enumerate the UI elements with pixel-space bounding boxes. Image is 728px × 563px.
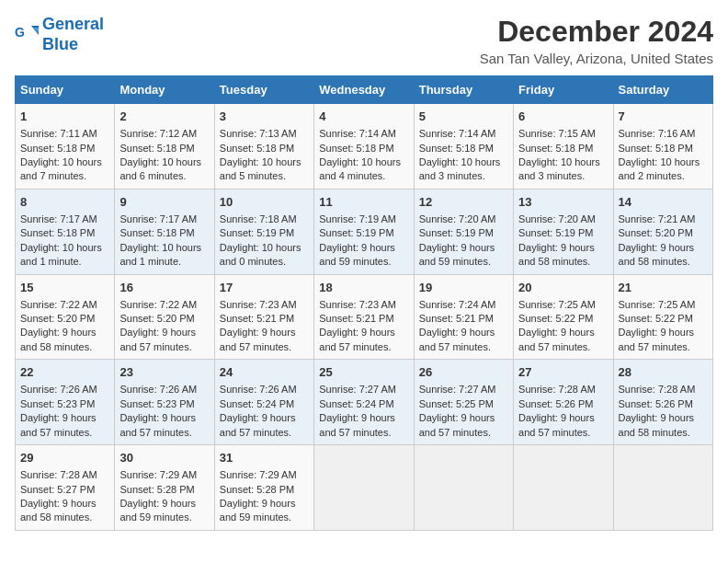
logo-line1: General bbox=[42, 15, 104, 33]
calendar-cell: 4Sunrise: 7:14 AMSunset: 5:18 PMDaylight… bbox=[314, 104, 414, 190]
cell-info-line: Sunrise: 7:12 AM bbox=[119, 127, 209, 141]
day-number: 18 bbox=[319, 280, 408, 296]
cell-info-line: Sunrise: 7:15 AM bbox=[518, 127, 608, 141]
cell-info-line: Sunset: 5:18 PM bbox=[20, 226, 109, 240]
day-number: 26 bbox=[419, 364, 508, 381]
day-number: 15 bbox=[20, 280, 109, 296]
day-number: 19 bbox=[419, 280, 508, 296]
day-number: 4 bbox=[319, 109, 408, 125]
day-header-tuesday: Tuesday bbox=[214, 76, 313, 104]
cell-info-line: Daylight: 9 hours and 57 minutes. bbox=[220, 411, 309, 440]
cell-info-line: Sunrise: 7:14 AM bbox=[419, 127, 508, 141]
cell-info-line: Daylight: 9 hours and 59 minutes. bbox=[220, 497, 309, 525]
title-area: December 2024 San Tan Valley, Arizona, U… bbox=[480, 15, 713, 66]
calendar-cell: 2Sunrise: 7:12 AMSunset: 5:18 PMDaylight… bbox=[115, 104, 214, 190]
calendar-cell: 5Sunrise: 7:14 AMSunset: 5:18 PMDaylight… bbox=[414, 104, 513, 190]
cell-info-line: Daylight: 9 hours and 57 minutes. bbox=[119, 411, 209, 440]
cell-info-line: Sunset: 5:21 PM bbox=[419, 312, 508, 326]
cell-info-line: Sunset: 5:23 PM bbox=[119, 397, 209, 411]
cell-info-line: Daylight: 9 hours and 58 minutes. bbox=[619, 241, 708, 270]
calendar-table: SundayMondayTuesdayWednesdayThursdayFrid… bbox=[15, 75, 713, 531]
cell-info-line: Sunset: 5:24 PM bbox=[220, 397, 309, 411]
day-number: 7 bbox=[619, 109, 708, 125]
cell-info-line: Daylight: 9 hours and 57 minutes. bbox=[319, 326, 408, 354]
header: G General Blue December 2024 San Tan Val… bbox=[15, 15, 713, 66]
cell-info-line: Daylight: 10 hours and 3 minutes. bbox=[518, 155, 608, 184]
calendar-cell: 21Sunrise: 7:25 AMSunset: 5:22 PMDayligh… bbox=[613, 274, 712, 360]
day-number: 30 bbox=[119, 450, 209, 466]
calendar-cell: 28Sunrise: 7:28 AMSunset: 5:26 PMDayligh… bbox=[613, 360, 712, 445]
day-number: 17 bbox=[220, 280, 309, 296]
day-number: 14 bbox=[619, 194, 708, 211]
cell-info-line: Sunset: 5:21 PM bbox=[220, 312, 309, 326]
cell-info-line: Sunrise: 7:20 AM bbox=[518, 213, 608, 226]
day-number: 28 bbox=[619, 364, 708, 381]
cell-info-line: Sunrise: 7:25 AM bbox=[619, 298, 708, 312]
day-number: 31 bbox=[220, 450, 309, 466]
cell-info-line: Sunrise: 7:29 AM bbox=[220, 468, 309, 482]
day-number: 13 bbox=[518, 194, 608, 211]
day-header-thursday: Thursday bbox=[414, 76, 513, 104]
calendar-cell: 16Sunrise: 7:22 AMSunset: 5:20 PMDayligh… bbox=[115, 274, 214, 360]
cell-info-line: Sunrise: 7:20 AM bbox=[419, 213, 508, 226]
cell-info-line: Sunrise: 7:18 AM bbox=[220, 213, 309, 226]
cell-info-line: Daylight: 9 hours and 58 minutes. bbox=[20, 326, 109, 354]
day-number: 3 bbox=[220, 109, 309, 125]
cell-info-line: Sunset: 5:27 PM bbox=[20, 483, 109, 497]
cell-info-line: Sunset: 5:18 PM bbox=[319, 142, 408, 155]
calendar-cell: 11Sunrise: 7:19 AMSunset: 5:19 PMDayligh… bbox=[314, 189, 414, 274]
calendar-cell: 19Sunrise: 7:24 AMSunset: 5:21 PMDayligh… bbox=[414, 274, 513, 360]
cell-info-line: Daylight: 9 hours and 57 minutes. bbox=[518, 326, 608, 354]
cell-info-line: Daylight: 9 hours and 57 minutes. bbox=[419, 326, 508, 354]
day-header-saturday: Saturday bbox=[613, 76, 712, 104]
svg-text:G: G bbox=[15, 25, 25, 40]
cell-info-line: Sunrise: 7:22 AM bbox=[20, 298, 109, 312]
logo: G General Blue bbox=[15, 15, 104, 54]
day-number: 25 bbox=[319, 364, 408, 381]
svg-marker-2 bbox=[33, 28, 39, 33]
cell-info-line: Sunrise: 7:25 AM bbox=[518, 298, 608, 312]
main-title: December 2024 bbox=[480, 15, 713, 49]
cell-info-line: Sunset: 5:28 PM bbox=[220, 483, 309, 497]
cell-info-line: Sunset: 5:18 PM bbox=[419, 142, 508, 155]
calendar-cell: 9Sunrise: 7:17 AMSunset: 5:18 PMDaylight… bbox=[115, 189, 214, 274]
cell-info-line: Daylight: 9 hours and 58 minutes. bbox=[619, 411, 708, 440]
week-row-1: 1Sunrise: 7:11 AMSunset: 5:18 PMDaylight… bbox=[16, 104, 713, 190]
day-header-wednesday: Wednesday bbox=[314, 76, 414, 104]
calendar-cell: 30Sunrise: 7:29 AMSunset: 5:28 PMDayligh… bbox=[115, 445, 214, 531]
cell-info-line: Sunset: 5:20 PM bbox=[619, 226, 708, 240]
cell-info-line: Sunrise: 7:23 AM bbox=[319, 298, 408, 312]
cell-info-line: Daylight: 9 hours and 57 minutes. bbox=[619, 326, 708, 354]
cell-info-line: Daylight: 10 hours and 1 minute. bbox=[20, 241, 109, 270]
day-number: 12 bbox=[419, 194, 508, 211]
calendar-cell: 24Sunrise: 7:26 AMSunset: 5:24 PMDayligh… bbox=[214, 360, 313, 445]
week-row-2: 8Sunrise: 7:17 AMSunset: 5:18 PMDaylight… bbox=[16, 189, 713, 274]
cell-info-line: Daylight: 9 hours and 58 minutes. bbox=[20, 497, 109, 525]
cell-info-line: Sunset: 5:28 PM bbox=[119, 483, 209, 497]
day-number: 2 bbox=[119, 109, 209, 125]
calendar-cell: 29Sunrise: 7:28 AMSunset: 5:27 PMDayligh… bbox=[16, 445, 115, 531]
cell-info-line: Daylight: 9 hours and 57 minutes. bbox=[20, 411, 109, 440]
calendar-cell: 7Sunrise: 7:16 AMSunset: 5:18 PMDaylight… bbox=[613, 104, 712, 190]
cell-info-line: Daylight: 9 hours and 57 minutes. bbox=[119, 326, 209, 354]
day-number: 23 bbox=[119, 364, 209, 381]
calendar-cell bbox=[514, 445, 613, 531]
cell-info-line: Daylight: 9 hours and 57 minutes. bbox=[319, 411, 408, 440]
cell-info-line: Sunset: 5:26 PM bbox=[518, 397, 608, 411]
cell-info-line: Daylight: 10 hours and 1 minute. bbox=[119, 241, 209, 270]
cell-info-line: Sunset: 5:20 PM bbox=[20, 312, 109, 326]
cell-info-line: Sunset: 5:18 PM bbox=[518, 142, 608, 155]
calendar-cell: 22Sunrise: 7:26 AMSunset: 5:23 PMDayligh… bbox=[16, 360, 115, 445]
cell-info-line: Sunset: 5:18 PM bbox=[20, 142, 109, 155]
cell-info-line: Sunrise: 7:26 AM bbox=[20, 383, 109, 396]
cell-info-line: Sunset: 5:18 PM bbox=[119, 142, 209, 155]
cell-info-line: Sunset: 5:19 PM bbox=[518, 226, 608, 240]
cell-info-line: Sunrise: 7:22 AM bbox=[119, 298, 209, 312]
cell-info-line: Sunrise: 7:28 AM bbox=[518, 383, 608, 396]
day-number: 6 bbox=[518, 109, 608, 125]
day-number: 22 bbox=[20, 364, 109, 381]
calendar-cell bbox=[613, 445, 712, 531]
calendar-cell: 20Sunrise: 7:25 AMSunset: 5:22 PMDayligh… bbox=[514, 274, 613, 360]
calendar-cell: 23Sunrise: 7:26 AMSunset: 5:23 PMDayligh… bbox=[115, 360, 214, 445]
day-number: 29 bbox=[20, 450, 109, 466]
